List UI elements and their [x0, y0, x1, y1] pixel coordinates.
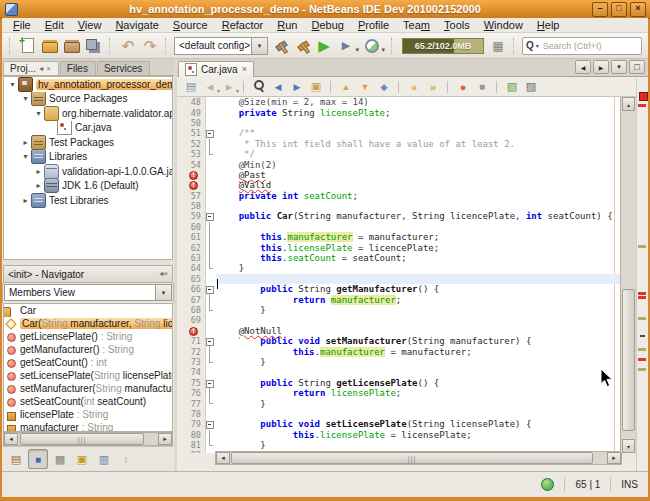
- close-icon[interactable]: ×: [163, 270, 168, 278]
- code-line[interactable]: 54 @Min(2): [177, 159, 622, 169]
- minimize-button[interactable]: –: [592, 2, 608, 17]
- code-line[interactable]: @Valid: [177, 180, 622, 190]
- close-icon[interactable]: ×: [46, 65, 51, 73]
- show-static-icon[interactable]: [50, 449, 70, 469]
- maximize-button[interactable]: □: [611, 2, 627, 17]
- history-icon[interactable]: [183, 79, 199, 95]
- navigator-item[interactable]: setManufacturer(String manufacturer: [4, 382, 172, 395]
- search-icon[interactable]: Q: [526, 40, 534, 51]
- line-number[interactable]: 73: [177, 357, 205, 367]
- project-tree-item[interactable]: Test Libraries: [4, 193, 172, 208]
- code-line[interactable]: 71 public void setManufacturer(String ma…: [177, 336, 622, 346]
- show-non-public-icon[interactable]: [72, 449, 92, 469]
- line-number[interactable]: 66: [177, 284, 205, 294]
- new-project-icon[interactable]: [40, 36, 60, 56]
- garbage-collect-icon[interactable]: [488, 36, 508, 56]
- error-stripe[interactable]: [636, 78, 648, 471]
- line-number[interactable]: 48: [177, 97, 205, 107]
- project-tree-item[interactable]: JDK 1.6 (Default): [4, 179, 172, 194]
- code-editor[interactable]: 48 @Size(min = 2, max = 14)49 private St…: [177, 97, 622, 453]
- code-line[interactable]: 66 public String getManufacturer() {: [177, 284, 622, 294]
- editor-hscrollbar[interactable]: ◂ ||| ▸: [215, 451, 622, 465]
- code-line[interactable]: 75 public String getLicensePlate() {: [177, 378, 622, 388]
- expand-arrow-icon[interactable]: [33, 167, 44, 176]
- line-number[interactable]: 58: [177, 201, 205, 211]
- line-number[interactable]: 49: [177, 108, 205, 118]
- redo-icon[interactable]: [140, 36, 160, 56]
- menu-source[interactable]: Source: [166, 19, 215, 31]
- code-line[interactable]: 78: [177, 409, 622, 419]
- code-line[interactable]: 74: [177, 367, 622, 377]
- scroll-left-icon[interactable]: ◂: [4, 433, 18, 445]
- record-macro-icon[interactable]: [455, 79, 471, 95]
- minimize-window-icon[interactable]: ◂: [39, 65, 43, 73]
- line-number[interactable]: 75: [177, 378, 205, 388]
- shift-right-icon[interactable]: [425, 79, 441, 95]
- line-number[interactable]: 59: [177, 211, 205, 221]
- collapse-arrow-icon[interactable]: [33, 109, 44, 118]
- navigator-item[interactable]: manufacturer : String: [4, 421, 172, 432]
- menu-refactor[interactable]: Refactor: [215, 19, 271, 31]
- code-line[interactable]: 68 }: [177, 305, 622, 315]
- line-number[interactable]: 68: [177, 305, 205, 315]
- navigator-item[interactable]: getManufacturer() : String: [4, 343, 172, 356]
- line-number[interactable]: 61: [177, 232, 205, 242]
- code-line[interactable]: 73 }: [177, 357, 622, 367]
- scroll-right-icon[interactable]: ▸: [158, 433, 172, 445]
- new-file-icon[interactable]: [18, 36, 38, 56]
- scroll-right-icon[interactable]: [593, 60, 609, 74]
- menu-view[interactable]: View: [71, 19, 109, 31]
- stop-macro-icon[interactable]: [474, 79, 490, 95]
- find-prev-icon[interactable]: [270, 79, 286, 95]
- sort-by-source-icon[interactable]: [116, 449, 136, 469]
- code-line[interactable]: 79 public void setLicensePlate(String li…: [177, 419, 622, 429]
- line-number[interactable]: [177, 326, 205, 336]
- navigator-item[interactable]: Car(String manufacturer, String licenc: [4, 317, 172, 330]
- code-line[interactable]: 77 }: [177, 398, 622, 408]
- uncomment-icon[interactable]: [523, 79, 539, 95]
- line-number[interactable]: 57: [177, 191, 205, 201]
- code-line[interactable]: 52 * This int field shall have a value o…: [177, 139, 622, 149]
- menu-window[interactable]: Window: [477, 19, 530, 31]
- project-tree-item[interactable]: Car.java: [4, 121, 172, 136]
- error-stripe-mark[interactable]: [638, 317, 646, 320]
- toggle-bookmark-icon[interactable]: [376, 79, 392, 95]
- code-line[interactable]: 57 private int seatCount;: [177, 191, 622, 201]
- comment-icon[interactable]: [504, 79, 520, 95]
- error-stripe-mark[interactable]: [638, 292, 646, 295]
- code-line[interactable]: 63 this.seatCount = seatCount;: [177, 253, 622, 263]
- tab-files[interactable]: Files: [60, 61, 96, 75]
- navigator-item[interactable]: getLicensePlate() : String: [4, 330, 172, 343]
- menu-profile[interactable]: Profile: [351, 19, 396, 31]
- code-line[interactable]: 60: [177, 222, 622, 232]
- title-bar[interactable]: hv_annotation_processor_demo - NetBeans …: [0, 0, 650, 19]
- prev-bookmark-icon[interactable]: [338, 79, 354, 95]
- shift-left-icon[interactable]: [406, 79, 422, 95]
- find-next-icon[interactable]: [289, 79, 305, 95]
- code-line[interactable]: 64 }: [177, 263, 622, 273]
- line-number[interactable]: 63: [177, 253, 205, 263]
- expand-arrow-icon[interactable]: [33, 181, 44, 190]
- tab-list-icon[interactable]: [611, 60, 627, 74]
- tab-car-java[interactable]: Car.java ×: [178, 61, 254, 77]
- code-line[interactable]: 49 private String licensePlate;: [177, 107, 622, 117]
- file-error-indicator[interactable]: [639, 92, 648, 101]
- config-select[interactable]: <default config> ▾: [174, 37, 268, 55]
- collapse-arrow-icon[interactable]: [20, 152, 31, 161]
- expand-arrow-icon[interactable]: [20, 138, 31, 147]
- project-tree-item[interactable]: hv_annotation_processor_dem: [4, 77, 172, 92]
- menu-run[interactable]: Run: [270, 19, 304, 31]
- open-project-icon[interactable]: [62, 36, 82, 56]
- line-number[interactable]: 65: [177, 274, 205, 284]
- close-button[interactable]: ×: [630, 2, 646, 17]
- navigator-item[interactable]: Car: [4, 304, 172, 317]
- quick-search-box[interactable]: Q ▾: [522, 37, 642, 55]
- line-number[interactable]: 79: [177, 419, 205, 429]
- line-number[interactable]: 53: [177, 149, 205, 159]
- line-number[interactable]: 82: [177, 450, 205, 453]
- chevron-down-icon[interactable]: ▾: [155, 285, 171, 300]
- close-icon[interactable]: ×: [242, 65, 247, 74]
- highlight-icon[interactable]: [308, 79, 324, 95]
- line-number[interactable]: 52: [177, 139, 205, 149]
- run-icon[interactable]: [314, 36, 334, 56]
